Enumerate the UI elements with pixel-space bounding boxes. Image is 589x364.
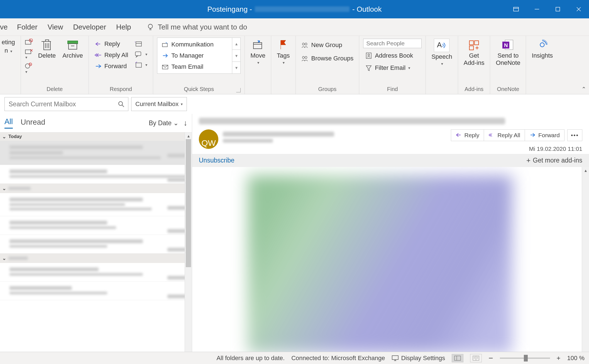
menu-developer[interactable]: Developer xyxy=(73,23,106,31)
browse-groups-button[interactable]: Browse Groups xyxy=(300,54,355,63)
chevron-down-icon: ⌄ xyxy=(173,119,179,127)
search-people-input[interactable] xyxy=(363,39,422,48)
menu-help[interactable]: Help xyxy=(116,23,131,31)
quicksteps-launcher-icon[interactable] xyxy=(236,88,241,92)
reply-button[interactable]: Reply xyxy=(93,39,130,49)
scroll-up-icon[interactable]: ▴ xyxy=(582,167,589,174)
reading-pane: QW Reply Reply All Forward ••• xyxy=(192,114,589,364)
ribbon-group-quicksteps-label: Quick Steps xyxy=(157,85,241,94)
reading-scrollbar[interactable]: ▴ ▾ xyxy=(582,167,589,364)
reading-view-button[interactable] xyxy=(470,354,482,362)
menu-folder[interactable]: Folder xyxy=(17,23,38,31)
reading-body[interactable]: ▴ ▾ xyxy=(192,167,589,364)
im-reply-button[interactable]: ▾ xyxy=(133,50,149,59)
search-scope-dropdown[interactable]: Current Mailbox ▾ xyxy=(131,97,187,111)
zoom-slider[interactable] xyxy=(500,358,550,359)
message-item[interactable] xyxy=(0,165,192,184)
sender-avatar[interactable]: QW xyxy=(199,129,218,149)
normal-view-button[interactable] xyxy=(452,354,463,362)
reply-all-action-button[interactable]: Reply All xyxy=(484,129,525,141)
more-respond-button[interactable]: ▾ xyxy=(133,60,149,69)
unsubscribe-link[interactable]: Unsubscribe xyxy=(199,157,234,164)
more-actions-button[interactable]: ••• xyxy=(567,129,582,141)
zoom-in-button[interactable]: + xyxy=(557,354,561,362)
new-meeting-button-truncated[interactable]: eting n ▾ xyxy=(0,38,17,56)
scrollbar-thumb[interactable] xyxy=(186,139,191,267)
reply-action-button[interactable]: Reply xyxy=(451,129,484,141)
svg-point-35 xyxy=(305,43,307,45)
collapse-ribbon-button[interactable]: ⌃ xyxy=(581,86,586,92)
message-item[interactable] xyxy=(0,141,192,165)
onenote-icon: N xyxy=(502,39,514,51)
message-item[interactable] xyxy=(0,193,192,216)
quicksteps-more[interactable]: ▾ xyxy=(232,62,240,73)
scroll-up-icon[interactable]: ▴ xyxy=(185,132,192,139)
get-more-addins-link[interactable]: + Get more add-ins xyxy=(526,156,582,165)
message-item[interactable] xyxy=(0,216,192,235)
zoom-level[interactable]: 100 % xyxy=(567,355,585,362)
ribbon-group-delete-label: Delete xyxy=(25,85,85,94)
svg-rect-55 xyxy=(454,356,461,360)
tags-button[interactable]: Tags▾ xyxy=(275,38,291,66)
quicksteps-up[interactable]: ▴ xyxy=(232,38,240,50)
forward-button[interactable]: Forward xyxy=(93,62,130,71)
message-item[interactable] xyxy=(0,282,192,300)
zoom-thumb[interactable] xyxy=(524,355,528,361)
menu-truncated[interactable]: ve xyxy=(0,23,7,31)
forward-action-button[interactable]: Forward xyxy=(525,129,564,141)
quickstep-kommunikation[interactable]: Kommunikation xyxy=(160,40,230,49)
ribbon-group-insights: Insights xyxy=(526,36,558,94)
quicksteps-gallery[interactable]: Kommunikation To Manager Team Email ▴ ▾ … xyxy=(157,38,241,74)
junk-icon[interactable]: ▾ xyxy=(25,63,33,74)
new-group-button[interactable]: New Group xyxy=(300,40,355,50)
date-group-today[interactable]: ⌄Today xyxy=(0,132,192,141)
maximize-button[interactable] xyxy=(547,0,568,18)
reply-all-button[interactable]: Reply All xyxy=(93,50,130,60)
svg-rect-33 xyxy=(253,43,262,49)
speech-label: Speech xyxy=(431,53,452,60)
sort-by-button[interactable]: By Date ⌄ xyxy=(149,119,179,127)
quickstep-team-email[interactable]: Team Email xyxy=(160,62,230,72)
meeting-reply-button[interactable] xyxy=(133,39,149,48)
reply-icon xyxy=(456,132,462,138)
message-item[interactable] xyxy=(0,235,192,254)
search-input[interactable] xyxy=(5,100,114,108)
sender-redacted xyxy=(223,132,334,137)
message-item[interactable] xyxy=(0,263,192,282)
ribbon-group-respond: Reply Reply All Forward ▾ ▾ Respond xyxy=(89,36,153,94)
tab-unread[interactable]: Unread xyxy=(21,118,45,128)
svg-line-17 xyxy=(30,63,31,65)
message-list-scrollbar[interactable]: ▴ ▾ xyxy=(185,132,192,364)
flag-icon xyxy=(277,39,289,51)
zoom-out-button[interactable]: − xyxy=(488,354,493,363)
insights-button[interactable]: Insights xyxy=(530,38,554,60)
search-icon[interactable] xyxy=(114,100,128,108)
archive-button[interactable]: Archive xyxy=(61,38,84,60)
tell-me-search[interactable]: Tell me what you want to do xyxy=(146,23,247,31)
get-addins-label: Get Add-ins xyxy=(464,52,485,67)
sort-direction-button[interactable]: ↓ xyxy=(184,119,187,127)
menu-view[interactable]: View xyxy=(48,23,63,31)
ribbon-display-options-button[interactable] xyxy=(505,0,526,18)
window-title: Posteingang - - Outlook xyxy=(207,5,382,14)
cleanup-icon[interactable]: ▾ xyxy=(25,48,33,60)
display-settings-button[interactable]: Display Settings xyxy=(392,355,445,362)
message-list[interactable]: ⌄Today ⌄ xyxy=(0,132,192,364)
move-button[interactable]: Move▾ xyxy=(249,38,267,66)
quickstep-to-manager[interactable]: To Manager xyxy=(160,51,230,60)
quicksteps-scroll[interactable]: ▴ ▾ ▾ xyxy=(232,38,240,73)
close-button[interactable] xyxy=(568,0,589,18)
quicksteps-down[interactable]: ▾ xyxy=(232,50,240,62)
get-addins-button[interactable]: Get Add-ins xyxy=(462,38,486,68)
date-group[interactable]: ⌄ xyxy=(0,184,192,193)
minimize-button[interactable] xyxy=(526,0,547,18)
tab-all[interactable]: All xyxy=(4,117,13,129)
address-book-button[interactable]: Address Book xyxy=(363,51,422,60)
send-to-onenote-button[interactable]: N Send to OneNote xyxy=(494,38,522,68)
mailbox-search[interactable] xyxy=(4,97,128,111)
filter-email-button[interactable]: Filter Email▾ xyxy=(363,63,422,73)
date-group[interactable]: ⌄ xyxy=(0,254,192,263)
speech-button[interactable]: A Speech▾ xyxy=(430,38,454,67)
delete-button[interactable]: Delete xyxy=(36,38,58,60)
ignore-icon[interactable] xyxy=(25,39,33,45)
